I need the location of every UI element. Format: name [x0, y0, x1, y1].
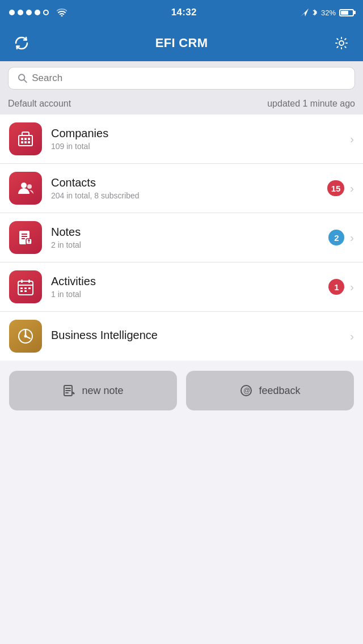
bi-right: ›	[350, 330, 354, 343]
signal-dot-4	[35, 10, 40, 15]
bi-text: Business Intelligence	[51, 329, 350, 344]
search-input[interactable]	[32, 73, 345, 84]
account-row: Default account updated 1 minute ago	[0, 95, 363, 115]
contacts-subtitle: 204 in total, 8 subscribed	[51, 191, 327, 200]
svg-rect-26	[28, 287, 31, 289]
svg-rect-24	[20, 287, 23, 289]
companies-chevron: ›	[350, 133, 354, 146]
companies-title: Companies	[51, 127, 350, 140]
activities-text: Activities 1 in total	[51, 275, 328, 299]
svg-point-30	[24, 335, 27, 338]
refresh-icon	[14, 35, 29, 51]
svg-rect-6	[24, 138, 27, 140]
svg-rect-8	[21, 141, 23, 143]
contacts-chevron: ›	[350, 182, 354, 195]
svg-rect-7	[28, 138, 30, 140]
feedback-label: feedback	[259, 385, 300, 397]
contacts-icon	[9, 172, 42, 205]
activities-icon	[9, 270, 42, 303]
status-bar: 14:32 32%	[0, 0, 363, 25]
bi-title: Business Intelligence	[51, 329, 350, 342]
companies-subtitle: 109 in total	[51, 142, 350, 151]
menu-list: Companies 109 in total › Contacts 204 in…	[0, 115, 363, 361]
svg-rect-28	[24, 290, 27, 292]
contacts-right: 15 ›	[327, 180, 354, 196]
notes-title: Notes	[51, 226, 328, 239]
status-time: 14:32	[171, 7, 197, 18]
new-note-label: new note	[82, 385, 123, 397]
svg-rect-9	[24, 141, 27, 143]
contacts-title: Contacts	[51, 176, 327, 189]
svg-point-11	[21, 183, 27, 188]
svg-rect-23	[28, 279, 30, 283]
signal-dot-2	[18, 10, 23, 15]
search-icon	[18, 73, 27, 83]
notes-chevron: ›	[350, 231, 354, 244]
battery-indicator	[339, 9, 354, 16]
signal-dot-3	[26, 10, 32, 15]
nav-bar: EFI CRM	[0, 25, 363, 61]
search-bar[interactable]	[8, 67, 355, 90]
battery-percent: 32%	[321, 9, 336, 17]
svg-rect-27	[20, 290, 23, 292]
contacts-badge: 15	[327, 180, 345, 196]
menu-item-contacts[interactable]: Contacts 204 in total, 8 subscribed 15 ›	[0, 164, 363, 213]
svg-rect-25	[24, 287, 27, 289]
bluetooth-icon	[312, 9, 318, 16]
bi-icon	[9, 320, 42, 353]
svg-rect-10	[28, 141, 30, 143]
location-icon	[301, 9, 309, 16]
account-label: Default account	[8, 99, 71, 109]
settings-button[interactable]	[331, 33, 352, 53]
updated-label: updated 1 minute ago	[267, 99, 355, 109]
svg-text:@: @	[243, 387, 250, 395]
svg-rect-4	[19, 135, 32, 146]
feedback-button[interactable]: @ feedback	[186, 371, 354, 410]
menu-item-activities[interactable]: Activities 1 in total 1 ›	[0, 262, 363, 312]
notes-subtitle: 2 in total	[51, 240, 328, 249]
gear-icon	[334, 35, 349, 51]
activities-badge: 1	[328, 279, 344, 295]
svg-marker-0	[301, 9, 309, 16]
new-note-button[interactable]: new note	[9, 371, 177, 410]
signal-area	[9, 7, 67, 18]
menu-item-companies[interactable]: Companies 109 in total ›	[0, 115, 363, 164]
svg-line-3	[24, 80, 26, 82]
companies-right: ›	[350, 133, 354, 146]
svg-rect-5	[21, 138, 23, 140]
app-title: EFI CRM	[155, 36, 208, 50]
bottom-buttons: new note @ feedback	[0, 361, 363, 421]
activities-chevron: ›	[350, 281, 354, 294]
activities-right: 1 ›	[328, 279, 354, 295]
wifi-icon	[57, 9, 67, 16]
notes-text: Notes 2 in total	[51, 226, 328, 249]
new-note-icon	[62, 384, 76, 397]
refresh-button[interactable]	[11, 33, 32, 53]
feedback-icon: @	[239, 384, 253, 397]
svg-point-1	[339, 41, 344, 45]
contacts-text: Contacts 204 in total, 8 subscribed	[51, 176, 327, 200]
notes-right: 2 ›	[328, 230, 354, 245]
search-container	[0, 61, 363, 95]
svg-point-12	[27, 184, 32, 189]
menu-item-notes[interactable]: Notes 2 in total 2 ›	[0, 213, 363, 262]
menu-item-bi[interactable]: Business Intelligence ›	[0, 312, 363, 361]
companies-icon	[9, 122, 42, 155]
activities-title: Activities	[51, 275, 328, 288]
companies-text: Companies 109 in total	[51, 127, 350, 151]
notes-badge: 2	[328, 230, 344, 245]
signal-dot-5	[43, 10, 49, 15]
status-right: 32%	[301, 9, 354, 17]
activities-subtitle: 1 in total	[51, 290, 328, 299]
svg-rect-22	[21, 279, 23, 283]
signal-dot-1	[9, 10, 15, 15]
notes-icon	[9, 221, 42, 254]
bi-chevron: ›	[350, 330, 354, 343]
